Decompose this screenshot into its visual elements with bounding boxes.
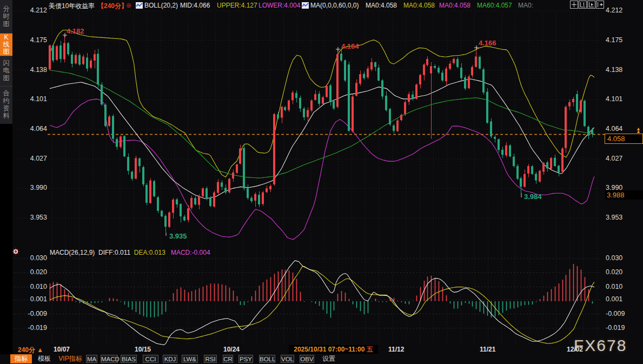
svg-text:3.935: 3.935 <box>169 232 187 240</box>
svg-text:3.984: 3.984 <box>524 193 542 201</box>
svg-text:4.182: 4.182 <box>67 27 84 35</box>
svg-text:4.164: 4.164 <box>341 42 359 50</box>
svg-text:4.166: 4.166 <box>479 39 496 47</box>
